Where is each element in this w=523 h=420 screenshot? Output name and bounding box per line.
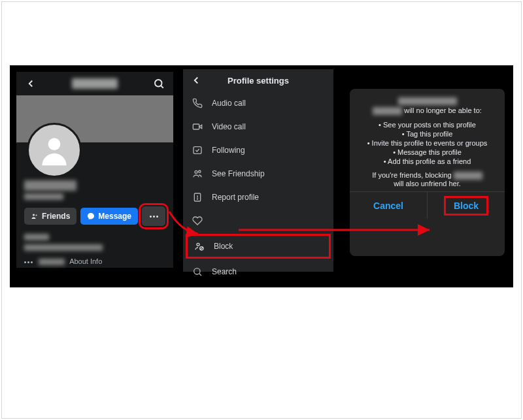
menu-label: Search: [212, 267, 237, 276]
svg-point-0: [155, 80, 162, 87]
about-label: About Info: [69, 257, 102, 265]
menu-heart[interactable]: [183, 209, 333, 233]
search-button[interactable]: [151, 76, 167, 91]
person-icon: [36, 132, 73, 169]
svg-point-2: [48, 138, 61, 150]
menu-label: Audio call: [212, 99, 246, 108]
profile-action-row: Friends Message: [16, 206, 173, 226]
menu-block[interactable]: Block: [186, 234, 331, 259]
block-confirm-dialog: will no longer be able to: See your post…: [350, 89, 505, 256]
svg-point-3: [33, 214, 35, 216]
svg-rect-7: [194, 147, 201, 154]
profile-name-blurred: [72, 78, 118, 89]
settings-title: Profile settings: [183, 76, 333, 86]
messenger-icon: [87, 212, 95, 220]
menu-label: Block: [214, 242, 233, 251]
menu-see-friendship[interactable]: See Friendship: [183, 162, 333, 186]
name-blurred: [373, 107, 402, 115]
checkbox-icon: [192, 145, 203, 155]
profile-meta: About Info: [16, 226, 173, 272]
menu-label: Report profile: [212, 193, 259, 202]
chevron-left-icon: [190, 74, 202, 86]
svg-rect-5: [193, 124, 199, 129]
dialog-line2-suffix: will also unfriend her.: [356, 180, 498, 187]
bullet-item: Add this profile as a friend: [356, 157, 498, 166]
dialog-line1: will no longer be able to:: [404, 106, 482, 114]
svg-line-17: [199, 274, 201, 276]
friends-button[interactable]: Friends: [24, 208, 76, 225]
profile-sub-blurred: [24, 193, 63, 200]
meta-blurred: [39, 259, 65, 265]
bullet-item: See your posts on this profile: [356, 120, 498, 129]
video-icon: [192, 121, 203, 132]
profile-title-blurred: [24, 180, 76, 191]
avatar[interactable]: [27, 123, 82, 178]
bullet-item: Invite this profile to events or groups: [356, 138, 498, 148]
settings-header: Profile settings: [183, 69, 333, 91]
dialog-body: will no longer be able to: See your post…: [350, 89, 505, 191]
cancel-label: Cancel: [373, 201, 403, 211]
chevron-left-icon: [25, 78, 37, 89]
profile-panel: Friends Message About Info: [16, 72, 173, 268]
friends-label: Friends: [42, 212, 70, 221]
dialog-line2-prefix: If you're friends, blocking: [372, 171, 453, 179]
svg-point-8: [195, 170, 197, 173]
menu-following[interactable]: Following: [183, 138, 333, 162]
svg-line-15: [200, 247, 203, 250]
bullet-item: Tag this profile: [356, 129, 498, 138]
message-button[interactable]: Message: [80, 208, 138, 225]
search-icon: [192, 267, 203, 277]
more-button[interactable]: [142, 206, 165, 226]
bullet-item: Message this profile: [356, 148, 498, 157]
menu-label: Video call: [212, 122, 246, 131]
svg-point-9: [199, 170, 201, 172]
block-label: Block: [444, 196, 488, 216]
name-blurred: [398, 97, 457, 105]
message-label: Message: [98, 212, 131, 221]
svg-point-12: [197, 199, 198, 199]
search-icon: [153, 78, 165, 89]
profile-settings-panel: Profile settings Audio call Video call F…: [183, 69, 333, 272]
ellipsis-icon: [150, 216, 158, 218]
back-button[interactable]: [23, 76, 39, 91]
svg-point-16: [194, 268, 200, 274]
menu-audio-call[interactable]: Audio call: [183, 91, 333, 115]
block-button[interactable]: Block: [428, 192, 505, 219]
menu-label: See Friendship: [212, 169, 265, 178]
friends-icon: [31, 212, 39, 220]
heart-icon: [192, 216, 203, 226]
meta-blurred: [24, 244, 103, 251]
menu-label: Following: [212, 146, 245, 155]
cancel-button[interactable]: Cancel: [350, 192, 428, 219]
dialog-footer: Cancel Block: [350, 191, 505, 219]
menu-video-call[interactable]: Video call: [183, 115, 333, 138]
menu-report-profile[interactable]: Report profile: [183, 186, 333, 209]
dialog-bullet-list: See your posts on this profile Tag this …: [356, 120, 498, 166]
svg-point-13: [197, 243, 199, 246]
stage: Friends Message About Info: [10, 65, 513, 287]
ellipsis-icon: [24, 261, 33, 263]
meta-blurred: [24, 234, 49, 240]
menu-search[interactable]: Search: [183, 260, 333, 283]
profile-top-bar: [16, 72, 173, 95]
people-icon: [192, 169, 203, 179]
report-icon: [192, 192, 203, 202]
name-blurred: [454, 172, 482, 180]
block-person-icon: [194, 241, 205, 251]
back-button[interactable]: [188, 73, 204, 88]
svg-line-1: [161, 86, 163, 88]
svg-point-4: [36, 215, 37, 216]
phone-icon: [192, 98, 203, 108]
